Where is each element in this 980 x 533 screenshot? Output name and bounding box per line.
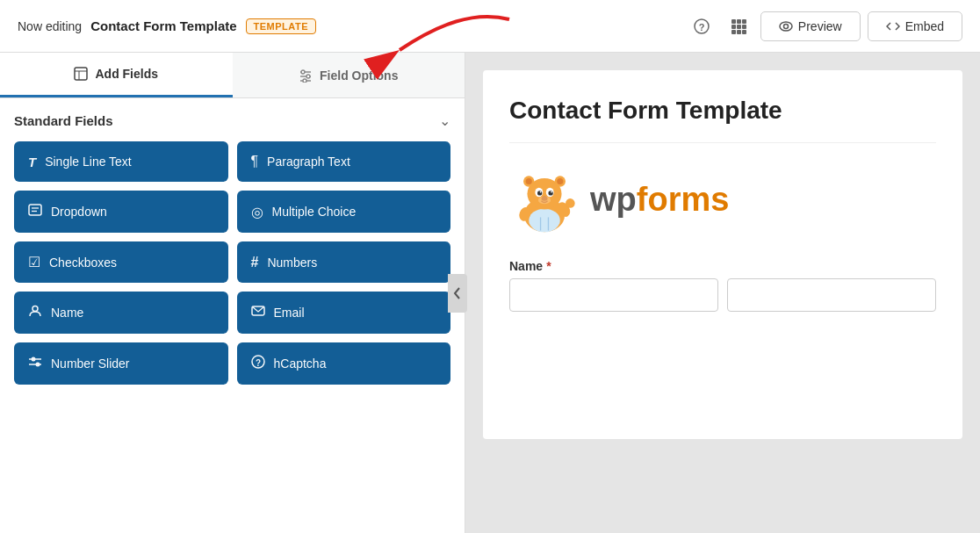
top-bar-left: Now editing Contact Form Template TEMPLA… <box>18 18 673 34</box>
field-btn-email[interactable]: Email <box>237 292 451 334</box>
svg-point-31 <box>36 363 40 367</box>
required-star: * <box>546 259 551 273</box>
form-card: Contact Form Template <box>483 70 962 439</box>
svg-rect-3 <box>737 19 741 24</box>
svg-point-12 <box>783 24 788 28</box>
name-icon <box>28 304 42 321</box>
table-icon <box>74 67 88 81</box>
tabs-bar: Add Fields Field Options <box>0 53 465 98</box>
email-icon <box>251 304 265 321</box>
code-icon <box>886 19 900 33</box>
chevron-left-icon <box>453 287 462 299</box>
form-card-title: Contact Form Template <box>509 97 936 125</box>
field-btn-multiple-choice[interactable]: ◎ Multiple Choice <box>237 191 451 233</box>
svg-rect-8 <box>731 30 736 34</box>
field-btn-numbers[interactable]: # Numbers <box>237 241 451 283</box>
single-line-text-icon: T <box>28 155 36 169</box>
svg-point-20 <box>306 75 310 78</box>
form-preview-area: Contact Form Template <box>465 53 980 533</box>
embed-button[interactable]: Embed <box>868 11 962 41</box>
field-btn-paragraph-text[interactable]: ¶ Paragraph Text <box>237 141 451 182</box>
wpforms-mascot <box>509 164 580 234</box>
svg-rect-6 <box>737 25 741 29</box>
grid-icon <box>731 18 746 34</box>
svg-point-35 <box>529 209 560 233</box>
svg-point-45 <box>537 191 542 195</box>
svg-rect-5 <box>731 25 736 29</box>
numbers-icon: # <box>251 255 259 270</box>
svg-point-53 <box>566 198 575 208</box>
tab-field-options[interactable]: Field Options <box>233 53 465 97</box>
svg-rect-2 <box>731 19 736 24</box>
wpforms-brand: wpforms <box>509 164 936 234</box>
chevron-down-icon[interactable]: ⌄ <box>439 112 450 129</box>
svg-rect-7 <box>742 25 746 29</box>
svg-point-42 <box>557 178 563 184</box>
svg-point-11 <box>780 22 792 31</box>
help-icon-button[interactable]: ? <box>690 15 713 38</box>
top-bar-actions: Preview Embed <box>760 11 962 41</box>
form-divider <box>509 142 936 143</box>
svg-rect-4 <box>742 19 746 24</box>
forms-text: forms <box>637 181 730 218</box>
svg-rect-23 <box>29 205 41 215</box>
svg-text:?: ? <box>255 358 260 368</box>
svg-point-29 <box>32 357 36 362</box>
svg-rect-9 <box>737 30 741 34</box>
wpforms-logo-text: wpforms <box>590 183 729 216</box>
field-btn-name[interactable]: Name <box>14 292 228 334</box>
hcaptcha-icon: ? <box>251 355 265 372</box>
help-icon: ? <box>694 18 710 34</box>
grid-icon-button[interactable] <box>727 15 750 38</box>
name-field-label: Name * <box>509 259 936 273</box>
field-btn-hcaptcha[interactable]: ? hCaptcha <box>237 342 451 385</box>
sliders-icon <box>299 68 313 83</box>
svg-point-47 <box>540 191 542 193</box>
svg-point-50 <box>538 196 551 204</box>
form-title-label: Contact Form Template <box>90 18 236 33</box>
svg-text:?: ? <box>698 21 704 32</box>
section-header: Standard Fields ⌄ <box>14 112 450 129</box>
fields-grid: T Single Line Text ¶ Paragraph Text <box>14 141 450 385</box>
field-btn-number-slider[interactable]: Number Slider <box>14 342 228 385</box>
main-layout: Add Fields Field Options Standard Fields… <box>0 53 980 533</box>
name-inputs-row <box>509 278 936 312</box>
now-editing-label: Now editing <box>18 19 82 33</box>
field-btn-single-line-text[interactable]: T Single Line Text <box>14 141 228 182</box>
svg-point-18 <box>301 70 305 74</box>
section-title: Standard Fields <box>14 113 113 128</box>
sidebar-collapse-button[interactable] <box>448 274 467 313</box>
name-field-group: Name * <box>509 259 936 312</box>
wp-text: wp <box>590 181 637 218</box>
svg-point-22 <box>303 79 306 83</box>
svg-point-26 <box>32 306 38 312</box>
last-name-input[interactable] <box>727 278 936 312</box>
svg-point-46 <box>548 191 552 195</box>
first-name-input[interactable] <box>509 278 718 312</box>
svg-rect-10 <box>742 30 746 34</box>
svg-rect-14 <box>75 68 87 80</box>
template-badge: TEMPLATE <box>246 18 316 34</box>
tab-add-fields[interactable]: Add Fields <box>0 53 233 97</box>
eye-icon <box>779 19 793 33</box>
number-slider-icon <box>28 355 42 372</box>
field-btn-dropdown[interactable]: Dropdown <box>14 191 228 233</box>
sidebar: Add Fields Field Options Standard Fields… <box>0 53 465 533</box>
checkboxes-icon: ☑ <box>28 254 40 270</box>
multiple-choice-icon: ◎ <box>251 204 263 220</box>
svg-point-41 <box>526 178 532 184</box>
top-bar-icons: ? <box>690 15 750 38</box>
preview-button[interactable]: Preview <box>760 11 861 41</box>
dropdown-icon <box>28 203 42 220</box>
fields-area: Standard Fields ⌄ T Single Line Text ¶ P… <box>0 98 465 533</box>
svg-point-48 <box>551 191 552 193</box>
field-btn-checkboxes[interactable]: ☑ Checkboxes <box>14 241 228 283</box>
top-bar: Now editing Contact Form Template TEMPLA… <box>0 0 980 53</box>
paragraph-text-icon: ¶ <box>251 154 259 169</box>
